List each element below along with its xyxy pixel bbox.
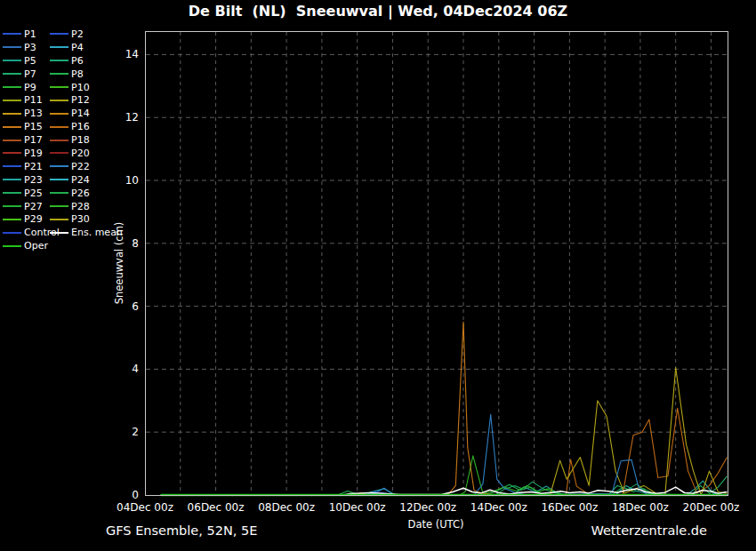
y-tick-label: 6 bbox=[132, 300, 139, 313]
x-tick-label: 06Dec 00z bbox=[188, 501, 245, 514]
series-p22 bbox=[161, 414, 728, 495]
x-axis-label: Date (UTC) bbox=[302, 518, 569, 531]
x-tick-label: 20Dec 00z bbox=[683, 501, 740, 514]
y-tick-label: 14 bbox=[125, 48, 139, 60]
y-tick-label: 12 bbox=[125, 111, 139, 124]
y-tick-label: 4 bbox=[132, 363, 139, 375]
y-tick-label: 8 bbox=[132, 237, 139, 250]
x-tick-label: 18Dec 00z bbox=[612, 501, 669, 514]
model-info-text: GFS Ensemble, 52N, 5E bbox=[106, 523, 257, 538]
y-tick-label: 10 bbox=[125, 174, 139, 187]
x-tick-label: 10Dec 00z bbox=[329, 501, 386, 514]
series-p16 bbox=[161, 408, 728, 495]
x-tick-label: 12Dec 00z bbox=[399, 501, 456, 514]
wetterzentrale-ensemble-page: De Bilt (NL) Sneeuwval | Wed, 04Dec2024 … bbox=[0, 0, 756, 551]
y-axis-label: Sneeuwval (cm) bbox=[113, 222, 125, 305]
x-tick-label: 14Dec 00z bbox=[470, 501, 527, 514]
site-credit-text: Wetterzentrale.de bbox=[591, 523, 707, 538]
x-tick-label: 08Dec 00z bbox=[258, 501, 315, 514]
y-tick-label: 0 bbox=[132, 489, 139, 501]
y-tick-label: 2 bbox=[132, 426, 139, 438]
x-tick-label: 04Dec 00z bbox=[117, 501, 173, 514]
series-p15 bbox=[161, 322, 728, 495]
x-tick-label: 16Dec 00z bbox=[541, 501, 598, 514]
